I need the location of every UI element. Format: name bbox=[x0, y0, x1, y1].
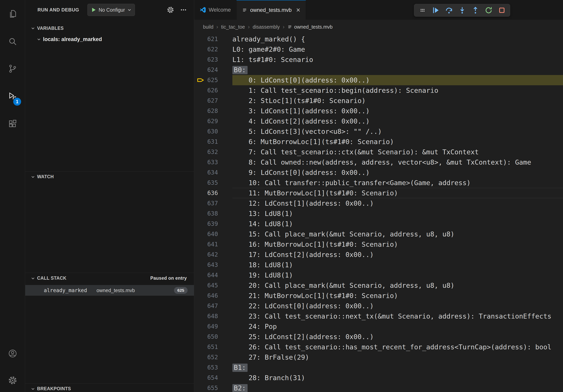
line-number[interactable]: 634 bbox=[194, 167, 218, 178]
line-number[interactable]: 637 bbox=[194, 198, 218, 209]
step-into-button[interactable] bbox=[456, 5, 469, 16]
section-call-stack[interactable]: CALL STACK Paused on entry bbox=[25, 273, 194, 283]
code-line[interactable]: 639 14: LdU8(1) bbox=[194, 219, 563, 229]
code-line[interactable]: 653B1: bbox=[194, 362, 563, 373]
section-variables[interactable]: VARIABLES bbox=[25, 23, 194, 34]
explorer-icon[interactable] bbox=[0, 9, 25, 19]
line-number[interactable]: 632 bbox=[194, 147, 218, 157]
code-line[interactable]: 648 23: Call test_scenario::next_tx(&mut… bbox=[194, 311, 563, 321]
line-number[interactable]: 646 bbox=[194, 290, 218, 301]
breadcrumb-item-file[interactable]: owned_tests.mvb bbox=[287, 24, 333, 30]
line-number[interactable]: 627 bbox=[194, 95, 218, 106]
line-number[interactable]: 649 bbox=[194, 321, 218, 332]
code-line[interactable]: 655B2: bbox=[194, 383, 563, 392]
line-number[interactable]: 625 bbox=[194, 75, 218, 85]
line-number[interactable]: 647 bbox=[194, 301, 218, 311]
code-line[interactable]: 654 28: Branch(31) bbox=[194, 373, 563, 383]
line-number[interactable]: 654 bbox=[194, 373, 218, 383]
line-number[interactable]: 650 bbox=[194, 332, 218, 342]
debug-settings-gear-icon[interactable] bbox=[167, 6, 174, 14]
code-line[interactable]: 646 21: MutBorrowLoc[1](ts#1#0: Scenario… bbox=[194, 290, 563, 301]
tab-welcome[interactable]: Welcome bbox=[194, 0, 237, 20]
code-line[interactable]: 645 20: Call place_mark(&mut Scenario, a… bbox=[194, 280, 563, 290]
line-number[interactable]: 622 bbox=[194, 44, 218, 54]
code-line[interactable]: 621already_marked() { bbox=[194, 34, 563, 44]
close-tab-icon[interactable]: × bbox=[296, 7, 300, 14]
launch-config-dropdown[interactable]: No Configur bbox=[87, 4, 135, 16]
code-line[interactable]: 622L0: game#2#0: Game bbox=[194, 44, 563, 54]
line-number[interactable]: 630 bbox=[194, 126, 218, 137]
source-control-icon[interactable] bbox=[0, 64, 25, 74]
restart-button[interactable] bbox=[482, 5, 495, 16]
line-number[interactable]: 628 bbox=[194, 106, 218, 116]
line-number[interactable]: 631 bbox=[194, 137, 218, 147]
line-number[interactable]: 640 bbox=[194, 229, 218, 239]
line-number[interactable]: 648 bbox=[194, 311, 218, 321]
settings-gear-icon[interactable] bbox=[0, 375, 25, 385]
line-number[interactable]: 651 bbox=[194, 342, 218, 352]
step-over-button[interactable] bbox=[442, 5, 456, 16]
code-line[interactable]: 644 19: LdU8(1) bbox=[194, 270, 563, 280]
stop-button[interactable] bbox=[495, 5, 508, 16]
code-line[interactable]: 635 10: Call transfer::public_transfer<G… bbox=[194, 178, 563, 188]
section-watch[interactable]: WATCH bbox=[25, 171, 194, 182]
code-line[interactable]: 634 9: LdConst[0](address: 0x00..) bbox=[194, 167, 563, 178]
code-line[interactable]: 632 7: Call test_scenario::ctx(&mut Scen… bbox=[194, 147, 563, 157]
line-number[interactable]: 635 bbox=[194, 178, 218, 188]
code-line[interactable]: 637 12: LdConst[1](address: 0x00..) bbox=[194, 198, 563, 209]
code-line[interactable]: 649 24: Pop bbox=[194, 321, 563, 332]
code-line[interactable]: 627 2: StLoc[1](ts#1#0: Scenario) bbox=[194, 95, 563, 106]
code-line[interactable]: 625 0: LdConst[0](address: 0x00..) bbox=[194, 75, 563, 85]
code-line[interactable]: 623L1: ts#1#0: Scenario bbox=[194, 54, 563, 65]
code-line[interactable]: 650 25: LdConst[2](address: 0x00..) bbox=[194, 332, 563, 342]
continue-button[interactable] bbox=[429, 5, 442, 16]
line-number[interactable]: 626 bbox=[194, 85, 218, 95]
call-stack-frame[interactable]: already_marked owned_tests.mvb 625 bbox=[25, 285, 194, 296]
code-line[interactable]: 636 11: MutBorrowLoc[1](ts#1#0: Scenario… bbox=[194, 188, 563, 198]
step-out-button[interactable] bbox=[469, 5, 482, 16]
line-number[interactable]: 655 bbox=[194, 383, 218, 392]
line-number[interactable]: 633 bbox=[194, 157, 218, 167]
code-line[interactable]: 633 8: Call owned::new(address, address,… bbox=[194, 157, 563, 167]
line-number[interactable]: 624 bbox=[194, 65, 218, 75]
code-line[interactable]: 642 17: LdConst[2](address: 0x00..) bbox=[194, 249, 563, 260]
line-number[interactable]: 636 bbox=[194, 188, 218, 198]
code-line[interactable]: 641 16: MutBorrowLoc[1](ts#1#0: Scenario… bbox=[194, 239, 563, 249]
breadcrumb-item[interactable]: tic_tac_toe bbox=[221, 24, 245, 30]
line-number[interactable]: 638 bbox=[194, 209, 218, 219]
search-icon[interactable] bbox=[0, 36, 25, 47]
line-number[interactable]: 644 bbox=[194, 270, 218, 280]
extensions-icon[interactable] bbox=[0, 119, 25, 129]
more-actions-icon[interactable] bbox=[180, 7, 187, 13]
line-number[interactable]: 643 bbox=[194, 260, 218, 270]
code-line[interactable]: 629 4: LdConst[2](address: 0x00..) bbox=[194, 116, 563, 126]
line-number[interactable]: 623 bbox=[194, 54, 218, 65]
code-line[interactable]: 624B0: bbox=[194, 65, 563, 75]
code-line[interactable]: 651 26: Call test_scenario::has_most_rec… bbox=[194, 342, 563, 352]
breadcrumb-item[interactable]: build bbox=[203, 24, 213, 30]
code-line[interactable]: 643 18: LdU8(1) bbox=[194, 260, 563, 270]
code-line[interactable]: 626 1: Call test_scenario::begin(address… bbox=[194, 85, 563, 95]
line-number[interactable]: 621 bbox=[194, 34, 218, 44]
tab-owned-tests[interactable]: owned_tests.mvb × bbox=[237, 0, 306, 20]
line-number[interactable]: 645 bbox=[194, 280, 218, 290]
start-debug-icon[interactable] bbox=[91, 7, 96, 13]
variables-scope-locals[interactable]: locals: already_marked bbox=[25, 34, 194, 45]
code-line[interactable]: 630 5: LdConst[3](vector<u8>: "" /..) bbox=[194, 126, 563, 137]
section-breakpoints[interactable]: BREAKPOINTS bbox=[25, 383, 194, 392]
code-line[interactable]: 652 27: BrFalse(29) bbox=[194, 352, 563, 362]
breadcrumb-item[interactable]: disassembly bbox=[253, 24, 280, 30]
code-line[interactable]: 640 15: Call place_mark(&mut Scenario, a… bbox=[194, 229, 563, 239]
line-number[interactable]: 629 bbox=[194, 116, 218, 126]
toolbar-gripper-icon[interactable] bbox=[416, 5, 429, 16]
code-line[interactable]: 647 22: LdConst[0](address: 0x00..) bbox=[194, 301, 563, 311]
line-number[interactable]: 639 bbox=[194, 219, 218, 229]
line-number[interactable]: 642 bbox=[194, 249, 218, 260]
line-number[interactable]: 653 bbox=[194, 362, 218, 373]
code-line[interactable]: 638 13: LdU8(1) bbox=[194, 209, 563, 219]
code-line[interactable]: 628 3: LdConst[1](address: 0x00..) bbox=[194, 106, 563, 116]
line-number[interactable]: 641 bbox=[194, 239, 218, 249]
line-number[interactable]: 652 bbox=[194, 352, 218, 362]
code-line[interactable]: 631 6: MutBorrowLoc[1](ts#1#0: Scenario) bbox=[194, 137, 563, 147]
account-icon[interactable] bbox=[0, 348, 25, 359]
